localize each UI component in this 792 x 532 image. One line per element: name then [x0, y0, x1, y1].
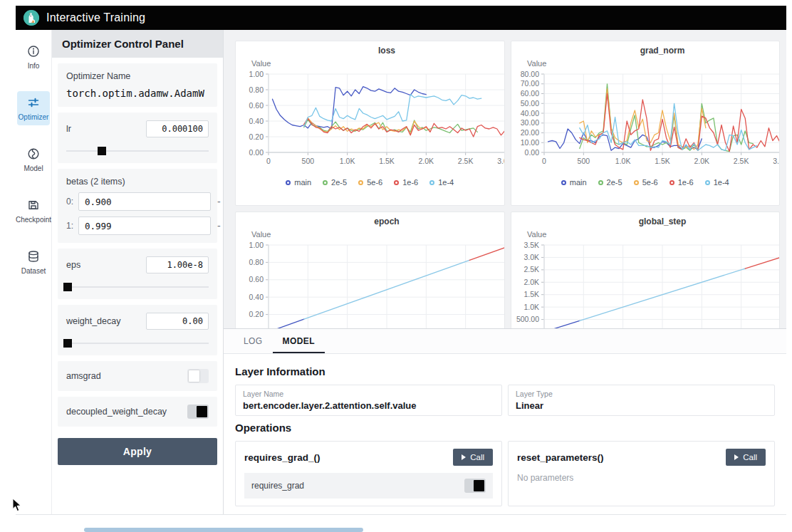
beta-1-input[interactable]	[78, 217, 211, 235]
amsgrad-toggle[interactable]	[187, 369, 209, 383]
requires-grad-label: requires_grad	[251, 481, 304, 491]
beta-1-decrement-button[interactable]: -	[216, 220, 222, 231]
legend-marker-icon	[286, 180, 291, 185]
svg-text:0.80: 0.80	[249, 258, 264, 266]
decoupled-weight-decay-toggle[interactable]	[187, 405, 209, 419]
apply-button[interactable]: Apply	[58, 438, 217, 465]
svg-text:40.00: 40.00	[520, 109, 538, 118]
legend-item-1e-4[interactable]: 1e-4	[429, 178, 454, 187]
sidebar-item-checkpoint[interactable]: Checkpoint	[17, 194, 50, 228]
panel-title: Optimizer Control Panel	[52, 30, 223, 58]
svg-text:70.00: 70.00	[520, 79, 538, 88]
legend-item-1e-6[interactable]: 1e-6	[669, 178, 694, 187]
chart-legend: main2e-55e-61e-61e-4	[511, 178, 780, 187]
svg-text:0.20: 0.20	[249, 310, 264, 318]
layer-type-value: Linear	[516, 400, 767, 411]
svg-text:3.0K: 3.0K	[523, 253, 539, 261]
sliders-icon	[26, 95, 41, 111]
beta-index: 1:	[66, 221, 73, 231]
svg-text:3.5K: 3.5K	[523, 241, 539, 249]
legend-item-5e-6[interactable]: 5e-6	[358, 178, 382, 187]
operation-title: reset_parameters()	[517, 452, 604, 463]
eps-input[interactable]	[146, 256, 209, 273]
legend-item-2e-5[interactable]: 2e-5	[598, 178, 622, 187]
weight-decay-input[interactable]	[146, 313, 209, 330]
layer-name-box: Layer Name bert.encoder.layer.2.attentio…	[235, 385, 502, 416]
lr-slider[interactable]	[66, 147, 209, 155]
legend-item-1e-4[interactable]: 1e-4	[705, 178, 729, 187]
lr-label: lr	[66, 124, 71, 134]
svg-text:global_step: global_step	[638, 217, 686, 226]
legend-marker-icon	[323, 180, 328, 185]
weight-decay-slider-thumb[interactable]	[63, 339, 72, 348]
svg-text:0.40: 0.40	[249, 117, 264, 125]
weight-decay-slider[interactable]	[66, 339, 209, 348]
nav-sidebar: Info Optimizer Model Checkpoint	[16, 30, 51, 514]
decoupled-weight-decay-section: decoupled_weight_decay	[58, 397, 217, 427]
legend-item-main[interactable]: main	[286, 178, 311, 187]
legend-marker-icon	[669, 180, 674, 185]
svg-text:Value: Value	[251, 230, 271, 239]
operation-title: requires_grad_()	[244, 452, 321, 463]
horizontal-scrollbar[interactable]	[84, 528, 363, 532]
sidebar-item-label: Model	[24, 165, 43, 172]
lr-slider-thumb[interactable]	[98, 147, 106, 155]
call-button[interactable]: Call	[726, 449, 766, 466]
tab-log[interactable]: LOG	[234, 329, 273, 353]
svg-text:loss: loss	[378, 46, 395, 56]
eps-slider[interactable]	[66, 283, 209, 291]
svg-text:0.00: 0.00	[249, 328, 264, 329]
legend-marker-icon	[394, 180, 399, 185]
legend-item-1e-6[interactable]: 1e-6	[394, 178, 418, 187]
sidebar-item-label: Dataset	[21, 267, 46, 275]
sidebar-item-optimizer[interactable]: Optimizer	[17, 91, 50, 125]
svg-text:3.0K: 3.0K	[497, 157, 504, 165]
requires-grad-toggle[interactable]	[464, 479, 486, 493]
svg-text:3.0K: 3.0K	[773, 157, 780, 165]
svg-text:500: 500	[577, 157, 590, 165]
sidebar-item-dataset[interactable]: Dataset	[17, 245, 50, 279]
lr-section: lr	[58, 113, 217, 163]
lr-input[interactable]	[146, 120, 209, 137]
legend-marker-icon	[358, 180, 363, 185]
app-header: Interactive Training	[16, 6, 786, 30]
operations-title: Operations	[235, 422, 775, 434]
main-area: lossValue1.000.800.600.400.200.0005001.0…	[224, 30, 786, 514]
sidebar-item-info[interactable]: Info	[17, 40, 50, 74]
svg-text:0.00: 0.00	[524, 148, 539, 157]
svg-text:500.00: 500.00	[516, 315, 538, 323]
svg-text:Value: Value	[251, 59, 271, 68]
slider-track	[66, 150, 209, 152]
no-parameters-text: No parameters	[517, 473, 766, 483]
sidebar-item-model[interactable]: Model	[17, 142, 50, 177]
charts-viewport: lossValue1.000.800.600.400.200.0005001.0…	[224, 30, 786, 328]
optimizer-control-panel: Optimizer Control Panel Optimizer Name t…	[51, 30, 224, 514]
database-icon	[26, 249, 41, 265]
tab-model[interactable]: MODEL	[273, 329, 325, 353]
svg-text:10.00: 10.00	[520, 138, 538, 147]
svg-text:1.5K: 1.5K	[655, 157, 670, 165]
llama-logo-icon	[24, 10, 39, 26]
beta-0-decrement-button[interactable]: -	[216, 196, 222, 207]
app-window: Interactive Training Info Optimizer	[16, 6, 786, 515]
beta-index: 0:	[66, 197, 73, 207]
layer-type-box: Layer Type Linear	[508, 385, 775, 416]
chart-card-loss: lossValue1.000.800.600.400.200.0005001.0…	[235, 41, 505, 206]
svg-text:30.00: 30.00	[520, 118, 538, 127]
call-button[interactable]: Call	[453, 449, 493, 466]
legend-marker-icon	[634, 180, 639, 185]
layer-information-title: Layer Information	[235, 365, 775, 377]
requires-grad-param-row: requires_grad	[244, 473, 493, 499]
eps-slider-thumb[interactable]	[63, 283, 72, 291]
amsgrad-section: amsgrad	[58, 361, 217, 391]
legend-item-2e-5[interactable]: 2e-5	[323, 178, 347, 187]
svg-text:Value: Value	[527, 230, 546, 239]
legend-item-5e-6[interactable]: 5e-6	[634, 178, 658, 187]
chart-card-epoch: epochValue1.000.800.600.400.200.0005001.…	[235, 212, 505, 328]
info-icon	[26, 44, 41, 60]
optimizer-name-label: Optimizer Name	[66, 71, 209, 81]
legend-item-main[interactable]: main	[561, 178, 587, 187]
optimizer-name-value: torch.optim.adamw.AdamW	[66, 88, 209, 99]
beta-0-input[interactable]	[78, 192, 211, 211]
sidebar-item-label: Checkpoint	[16, 216, 51, 224]
